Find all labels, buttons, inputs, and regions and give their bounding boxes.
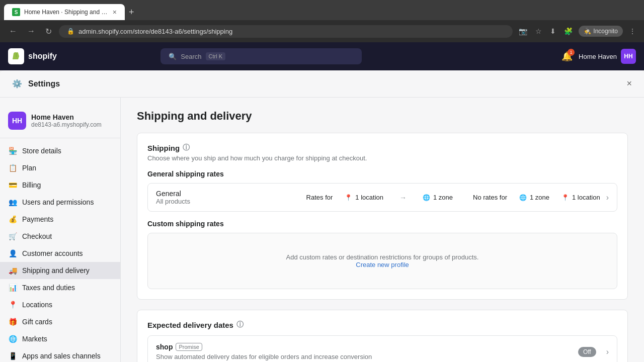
gift-cards-icon: 🎁	[8, 317, 17, 326]
rates-for-label: Rates for	[306, 194, 333, 201]
no-rates-location-icon: 📍	[561, 194, 569, 201]
url-text: admin.shopify.com/store/de8143-a6/settin…	[78, 28, 232, 35]
users-icon: 👥	[8, 198, 17, 207]
shopify-logo-icon	[8, 48, 24, 64]
sidebar-item-locations[interactable]: 📍 Locations	[0, 296, 120, 313]
download-icon[interactable]: ⬇	[548, 25, 558, 37]
sidebar-label-payments: Payments	[22, 215, 112, 223]
no-rates-zone-count: 1 zone	[530, 194, 549, 201]
incognito-label: Incognito	[593, 28, 618, 35]
no-rates-zone-item: 🌐 1 zone	[519, 194, 549, 201]
settings-close-button[interactable]: ×	[626, 78, 632, 89]
rates-for-item: Rates for	[306, 194, 333, 201]
address-bar[interactable]: 🔒 admin.shopify.com/store/de8143-a6/sett…	[59, 25, 513, 38]
notification-button[interactable]: 🔔 1	[561, 51, 573, 62]
sidebar-item-payments[interactable]: 💰 Payments	[0, 211, 120, 228]
rate-sub: All products	[156, 198, 306, 205]
sidebar-item-taxes-duties[interactable]: 📊 Taxes and duties	[0, 279, 120, 296]
shipping-section-heading: Shipping ⓘ	[147, 143, 617, 152]
sidebar-label-customer-accounts: Customer accounts	[22, 249, 112, 257]
apps-icon: 📱	[8, 351, 17, 360]
rates-zone-count: 1 zone	[433, 194, 453, 201]
forward-button[interactable]: →	[24, 25, 38, 38]
shipping-heading-text: Shipping	[147, 144, 180, 152]
shipping-info-icon[interactable]: ⓘ	[183, 143, 190, 152]
shop-promise-info: shop Promise Show automated delivery dat…	[156, 343, 578, 360]
close-tab-button[interactable]: ×	[113, 8, 117, 16]
menu-icon[interactable]: ⋮	[627, 25, 638, 37]
custom-rates-section: Custom shipping rates Add custom rates o…	[147, 220, 617, 289]
no-rates-label: No rates for	[473, 194, 507, 201]
browser-nav-bar: ← → ↻ 🔒 admin.shopify.com/store/de8143-a…	[0, 20, 644, 42]
no-rates-location-item: 📍 1 location	[561, 194, 600, 201]
sidebar-item-customer-accounts[interactable]: 👤 Customer accounts	[0, 245, 120, 262]
sidebar-label-markets: Markets	[22, 335, 112, 343]
chevron-right-icon: ›	[606, 193, 609, 202]
notification-badge: 1	[568, 49, 575, 56]
delivery-info-icon[interactable]: ⓘ	[236, 320, 244, 329]
create-new-profile-link[interactable]: Create new profile	[356, 261, 409, 268]
extension-icon[interactable]: 🧩	[562, 25, 575, 37]
sidebar-label-checkout: Checkout	[22, 232, 112, 240]
taxes-icon: 📊	[8, 283, 17, 292]
incognito-button[interactable]: 🕵 Incognito	[579, 26, 623, 37]
billing-icon: 💳	[8, 180, 17, 190]
sidebar-item-billing[interactable]: 💳 Billing	[0, 176, 120, 194]
sidebar-label-apps-sales-channels: Apps and sales channels	[22, 352, 112, 360]
sidebar-label-plan: Plan	[22, 164, 112, 172]
sidebar-item-gift-cards[interactable]: 🎁 Gift cards	[0, 313, 120, 330]
sidebar-label-users-permissions: Users and permissions	[22, 198, 112, 206]
delivery-section-card: Expected delivery dates ⓘ shop Promise S…	[137, 310, 628, 362]
store-switcher-button[interactable]: Home Haven HH	[579, 49, 636, 64]
store-info-name: Home Haven	[31, 113, 102, 121]
shipping-section-card: Shipping ⓘ Choose where you ship and how…	[137, 133, 628, 300]
topbar-right: 🔔 1 Home Haven HH	[561, 49, 636, 64]
sidebar-item-users-permissions[interactable]: 👥 Users and permissions	[0, 194, 120, 211]
settings-header: ⚙️ Settings ×	[0, 70, 644, 98]
search-placeholder: Search	[181, 53, 201, 60]
shipping-section-desc: Choose where you ship and how much you c…	[147, 154, 617, 162]
new-tab-button[interactable]: +	[127, 5, 136, 20]
shopify-logo-text: shopify	[28, 52, 57, 61]
sidebar-item-checkout[interactable]: 🛒 Checkout	[0, 228, 120, 245]
general-rate-row[interactable]: General All products Rates for 📍 1 locat…	[147, 183, 617, 212]
sidebar-label-billing: Billing	[22, 181, 112, 189]
reload-button[interactable]: ↻	[42, 25, 55, 38]
back-button[interactable]: ←	[6, 25, 20, 38]
store-info: HH Home Haven de8143-a6.myshopify.com	[0, 106, 120, 138]
sidebar-item-markets[interactable]: 🌐 Markets	[0, 330, 120, 347]
camera-icon[interactable]: 📷	[517, 25, 529, 37]
shop-text: shop	[156, 343, 173, 351]
no-rates-location-count: 1 location	[572, 194, 600, 201]
sidebar-item-plan[interactable]: 📋 Plan	[0, 159, 120, 176]
sidebar-label-shipping-delivery: Shipping and delivery	[22, 266, 112, 275]
shop-promise-row[interactable]: shop Promise Show automated delivery dat…	[147, 335, 617, 362]
browser-actions: 📷 ☆ ⬇ 🧩 🕵 Incognito ⋮	[517, 25, 638, 37]
no-rates-for-item: No rates for	[473, 194, 507, 201]
sidebar-item-store-details[interactable]: 🏪 Store details	[0, 142, 120, 159]
bookmark-icon[interactable]: ☆	[533, 25, 544, 37]
delivery-section-heading: Expected delivery dates ⓘ	[147, 320, 617, 329]
settings-body: HH Home Haven de8143-a6.myshopify.com 🏪 …	[0, 98, 644, 362]
store-name: Home Haven	[579, 53, 617, 60]
plan-icon: 📋	[8, 163, 17, 172]
rate-meta: Rates for 📍 1 location → 🌐 1 zone	[306, 194, 600, 202]
location-pin-icon: 📍	[345, 194, 352, 201]
markets-icon: 🌐	[8, 334, 17, 343]
sidebar-item-shipping-delivery[interactable]: 🚚 Shipping and delivery	[0, 262, 120, 279]
rate-name: General	[156, 190, 306, 198]
search-icon: 🔍	[169, 53, 177, 60]
tab-title: Home Haven · Shipping and de...	[24, 9, 109, 16]
shipping-icon: 🚚	[8, 266, 17, 275]
settings-modal: ⚙️ Settings × HH Home Haven de8143-a6.my…	[0, 70, 644, 362]
locations-icon: 📍	[8, 300, 17, 309]
checkout-icon: 🛒	[8, 232, 17, 241]
active-browser-tab[interactable]: S Home Haven · Shipping and de... ×	[4, 4, 125, 20]
browser-tab-bar: S Home Haven · Shipping and de... × +	[0, 0, 644, 20]
settings-gear-icon: ⚙️	[12, 79, 22, 88]
sidebar-item-apps-sales-channels[interactable]: 📱 Apps and sales channels	[0, 347, 120, 362]
search-bar[interactable]: 🔍 Search Ctrl K	[160, 48, 362, 64]
rates-location-count: 1 location	[355, 194, 383, 201]
shop-promise-toggle[interactable]: Off	[578, 347, 596, 357]
no-rates-zone-icon: 🌐	[519, 194, 527, 201]
